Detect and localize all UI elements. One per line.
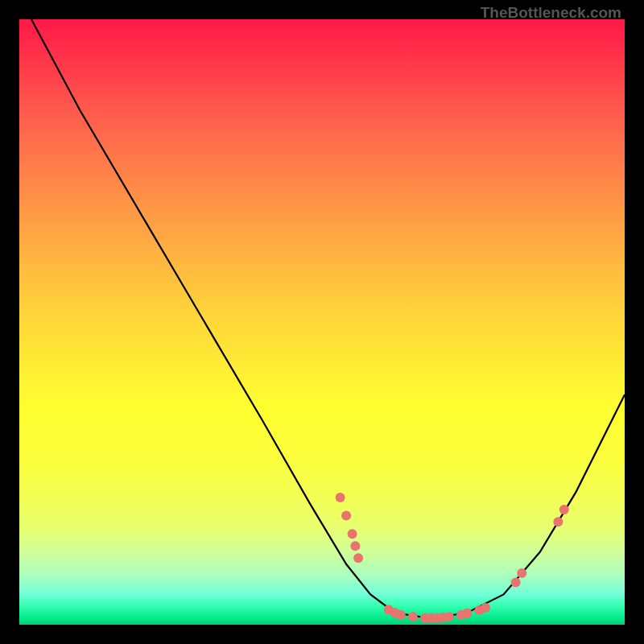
data-point	[553, 517, 563, 526]
chart-svg	[19, 19, 625, 625]
data-point	[348, 529, 357, 539]
bottleneck-curve	[31, 19, 625, 619]
data-point	[341, 511, 351, 521]
data-point	[353, 553, 363, 563]
data-point	[517, 568, 526, 578]
data-point	[444, 612, 454, 621]
data-point	[481, 603, 490, 613]
data-point	[396, 610, 406, 620]
watermark-text: TheBottleneck.com	[481, 4, 621, 22]
data-point	[350, 541, 360, 551]
data-point	[408, 612, 418, 621]
data-point	[336, 493, 345, 502]
data-point	[559, 505, 569, 514]
data-point	[511, 577, 521, 587]
data-point	[463, 609, 473, 618]
chart-area	[19, 19, 625, 625]
